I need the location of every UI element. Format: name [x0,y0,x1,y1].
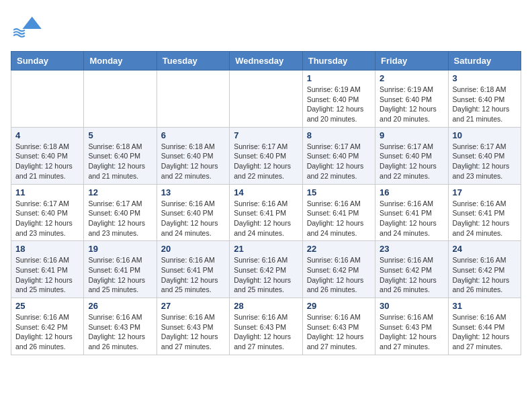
day-number: 28 [234,301,298,311]
day-info: Sunrise: 6:16 AM Sunset: 6:43 PM Dayligh… [380,312,443,352]
day-info: Sunrise: 6:18 AM Sunset: 6:40 PM Dayligh… [453,85,517,124]
calendar-week-row: 11Sunrise: 6:17 AM Sunset: 6:40 PM Dayli… [11,184,521,241]
day-of-week-header: Wednesday [230,52,302,71]
calendar-cell: 31Sunrise: 6:16 AM Sunset: 6:44 PM Dayli… [448,298,521,355]
day-of-week-header: Friday [375,52,448,71]
day-number: 9 [380,130,443,140]
day-number: 29 [307,301,371,311]
calendar-cell: 8Sunrise: 6:17 AM Sunset: 6:40 PM Daylig… [302,127,375,184]
calendar-cell: 4Sunrise: 6:18 AM Sunset: 6:40 PM Daylig… [11,127,84,184]
calendar-cell: 14Sunrise: 6:16 AM Sunset: 6:41 PM Dayli… [230,184,302,241]
calendar-cell: 30Sunrise: 6:16 AM Sunset: 6:43 PM Dayli… [375,298,448,355]
day-info: Sunrise: 6:16 AM Sunset: 6:43 PM Dayligh… [161,312,225,352]
logo-icon [11,11,44,44]
calendar-table: SundayMondayTuesdayWednesdayThursdayFrid… [11,51,521,355]
day-number: 16 [380,187,443,197]
day-info: Sunrise: 6:16 AM Sunset: 6:40 PM Dayligh… [161,199,225,238]
day-number: 26 [88,301,152,311]
calendar-cell: 5Sunrise: 6:18 AM Sunset: 6:40 PM Daylig… [84,127,157,184]
day-info: Sunrise: 6:17 AM Sunset: 6:40 PM Dayligh… [380,142,443,181]
day-info: Sunrise: 6:18 AM Sunset: 6:40 PM Dayligh… [161,142,225,181]
day-info: Sunrise: 6:16 AM Sunset: 6:41 PM Dayligh… [307,199,371,238]
calendar-cell: 22Sunrise: 6:16 AM Sunset: 6:42 PM Dayli… [302,241,375,298]
day-info: Sunrise: 6:18 AM Sunset: 6:40 PM Dayligh… [88,142,152,181]
calendar-cell: 7Sunrise: 6:17 AM Sunset: 6:40 PM Daylig… [230,127,302,184]
calendar-cell: 17Sunrise: 6:16 AM Sunset: 6:41 PM Dayli… [448,184,521,241]
calendar-cell: 12Sunrise: 6:17 AM Sunset: 6:40 PM Dayli… [84,184,157,241]
day-number: 22 [307,244,371,254]
day-number: 3 [453,73,517,83]
calendar-cell: 6Sunrise: 6:18 AM Sunset: 6:40 PM Daylig… [157,127,229,184]
day-info: Sunrise: 6:17 AM Sunset: 6:40 PM Dayligh… [15,199,79,238]
calendar-cell: 9Sunrise: 6:17 AM Sunset: 6:40 PM Daylig… [375,127,448,184]
calendar-cell [230,71,302,128]
day-number: 12 [88,187,152,197]
day-number: 18 [15,244,79,254]
day-info: Sunrise: 6:16 AM Sunset: 6:43 PM Dayligh… [88,312,152,352]
day-info: Sunrise: 6:16 AM Sunset: 6:41 PM Dayligh… [453,199,517,238]
day-info: Sunrise: 6:16 AM Sunset: 6:43 PM Dayligh… [234,312,298,352]
calendar-cell [11,71,84,128]
day-of-week-header: Thursday [302,52,375,71]
calendar-cell: 27Sunrise: 6:16 AM Sunset: 6:43 PM Dayli… [157,298,229,355]
calendar-cell: 13Sunrise: 6:16 AM Sunset: 6:40 PM Dayli… [157,184,229,241]
day-number: 31 [453,301,517,311]
day-info: Sunrise: 6:16 AM Sunset: 6:43 PM Dayligh… [307,312,371,352]
day-info: Sunrise: 6:16 AM Sunset: 6:42 PM Dayligh… [380,255,443,295]
day-number: 30 [380,301,443,311]
calendar-cell: 19Sunrise: 6:16 AM Sunset: 6:41 PM Dayli… [84,241,157,298]
day-number: 20 [161,244,225,254]
day-info: Sunrise: 6:17 AM Sunset: 6:40 PM Dayligh… [88,199,152,238]
calendar-cell: 21Sunrise: 6:16 AM Sunset: 6:42 PM Dayli… [230,241,302,298]
day-number: 21 [234,244,298,254]
day-number: 19 [88,244,152,254]
day-info: Sunrise: 6:16 AM Sunset: 6:41 PM Dayligh… [15,255,79,295]
day-number: 7 [234,130,298,140]
day-info: Sunrise: 6:16 AM Sunset: 6:41 PM Dayligh… [161,255,225,295]
calendar-cell: 10Sunrise: 6:17 AM Sunset: 6:40 PM Dayli… [448,127,521,184]
day-info: Sunrise: 6:17 AM Sunset: 6:40 PM Dayligh… [234,142,298,181]
day-of-week-header: Saturday [448,52,521,71]
calendar-cell: 29Sunrise: 6:16 AM Sunset: 6:43 PM Dayli… [302,298,375,355]
calendar-week-row: 18Sunrise: 6:16 AM Sunset: 6:41 PM Dayli… [11,241,521,298]
day-number: 14 [234,187,298,197]
day-info: Sunrise: 6:19 AM Sunset: 6:40 PM Dayligh… [380,85,443,124]
day-number: 17 [453,187,517,197]
day-number: 27 [161,301,225,311]
day-number: 8 [307,130,371,140]
day-number: 25 [15,301,79,311]
calendar-cell: 26Sunrise: 6:16 AM Sunset: 6:43 PM Dayli… [84,298,157,355]
calendar-cell: 28Sunrise: 6:16 AM Sunset: 6:43 PM Dayli… [230,298,302,355]
day-number: 23 [380,244,443,254]
day-info: Sunrise: 6:16 AM Sunset: 6:41 PM Dayligh… [88,255,152,295]
logo [11,11,46,44]
day-info: Sunrise: 6:16 AM Sunset: 6:42 PM Dayligh… [453,255,517,295]
calendar-cell: 18Sunrise: 6:16 AM Sunset: 6:41 PM Dayli… [11,241,84,298]
day-info: Sunrise: 6:16 AM Sunset: 6:42 PM Dayligh… [307,255,371,295]
calendar-cell [157,71,229,128]
day-of-week-header: Sunday [11,52,84,71]
calendar-cell [84,71,157,128]
day-number: 4 [15,130,79,140]
day-info: Sunrise: 6:16 AM Sunset: 6:42 PM Dayligh… [234,255,298,295]
day-number: 5 [88,130,152,140]
day-number: 2 [380,73,443,83]
day-info: Sunrise: 6:17 AM Sunset: 6:40 PM Dayligh… [307,142,371,181]
calendar-header-row: SundayMondayTuesdayWednesdayThursdayFrid… [11,52,521,71]
calendar-cell: 25Sunrise: 6:16 AM Sunset: 6:42 PM Dayli… [11,298,84,355]
day-info: Sunrise: 6:16 AM Sunset: 6:42 PM Dayligh… [15,312,79,352]
day-info: Sunrise: 6:16 AM Sunset: 6:41 PM Dayligh… [380,199,443,238]
calendar-cell: 15Sunrise: 6:16 AM Sunset: 6:41 PM Dayli… [302,184,375,241]
calendar-cell: 23Sunrise: 6:16 AM Sunset: 6:42 PM Dayli… [375,241,448,298]
calendar-cell: 24Sunrise: 6:16 AM Sunset: 6:42 PM Dayli… [448,241,521,298]
calendar-cell: 20Sunrise: 6:16 AM Sunset: 6:41 PM Dayli… [157,241,229,298]
day-info: Sunrise: 6:18 AM Sunset: 6:40 PM Dayligh… [15,142,79,181]
calendar-cell: 3Sunrise: 6:18 AM Sunset: 6:40 PM Daylig… [448,71,521,128]
day-number: 15 [307,187,371,197]
day-info: Sunrise: 6:17 AM Sunset: 6:40 PM Dayligh… [453,142,517,181]
svg-marker-0 [23,17,42,29]
day-number: 13 [161,187,225,197]
day-of-week-header: Monday [84,52,157,71]
day-number: 10 [453,130,517,140]
calendar-week-row: 1Sunrise: 6:19 AM Sunset: 6:40 PM Daylig… [11,71,521,128]
